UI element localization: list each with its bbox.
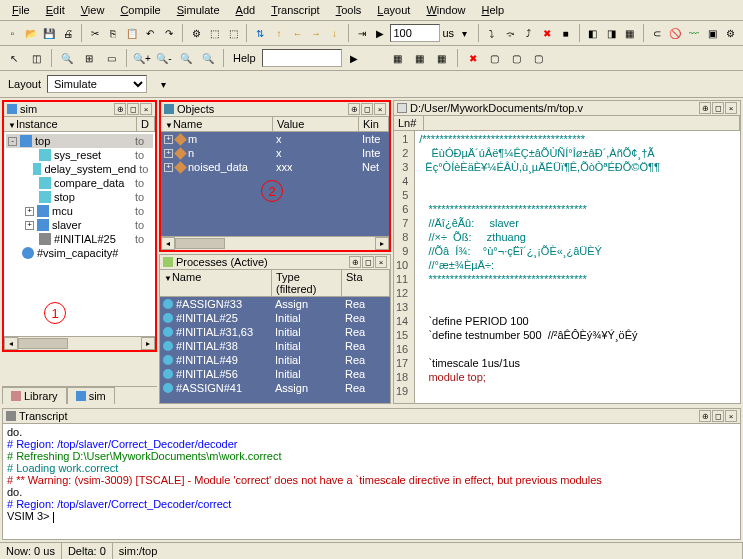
zoom-out-icon[interactable]: 🔍- bbox=[154, 48, 174, 68]
process-row[interactable]: #INITIAL#31,63InitialRea bbox=[160, 325, 390, 339]
expander-icon[interactable]: + bbox=[25, 221, 34, 230]
source-code[interactable]: 12345678910111213141516171819 /*********… bbox=[394, 131, 740, 403]
menu-help[interactable]: Help bbox=[474, 2, 513, 18]
expander-icon[interactable]: - bbox=[8, 137, 17, 146]
grid3-icon[interactable]: ▦ bbox=[432, 48, 452, 68]
maximize-icon[interactable]: ◻ bbox=[362, 256, 374, 268]
contains-icon[interactable]: ⊂ bbox=[649, 23, 665, 43]
no-icon[interactable]: 🚫 bbox=[667, 23, 683, 43]
step-icon[interactable]: ⇥ bbox=[353, 23, 369, 43]
dock3-icon[interactable]: ▢ bbox=[529, 48, 549, 68]
menu-view[interactable]: View bbox=[73, 2, 113, 18]
menu-window[interactable]: Window bbox=[418, 2, 473, 18]
cut-icon[interactable]: ✂ bbox=[87, 23, 103, 43]
dock1-icon[interactable]: ▢ bbox=[485, 48, 505, 68]
process-row[interactable]: #INITIAL#38InitialRea bbox=[160, 339, 390, 353]
pin-icon[interactable]: ⊕ bbox=[348, 103, 360, 115]
col-proc-state[interactable]: Sta bbox=[342, 270, 390, 296]
help-go-icon[interactable]: ▶ bbox=[344, 48, 364, 68]
close-icon[interactable]: × bbox=[375, 256, 387, 268]
tab-sim[interactable]: sim bbox=[67, 387, 115, 404]
objects-hscroll[interactable]: ◂▸ bbox=[161, 236, 389, 250]
step-over-icon[interactable]: ⤼ bbox=[502, 23, 518, 43]
process-row[interactable]: #INITIAL#25InitialRea bbox=[160, 311, 390, 325]
expander-icon[interactable]: + bbox=[164, 135, 173, 144]
menu-simulate[interactable]: Simulate bbox=[169, 2, 228, 18]
run-time-input[interactable] bbox=[390, 24, 440, 42]
expander-icon[interactable]: + bbox=[164, 163, 173, 172]
tree-row[interactable]: -topto bbox=[6, 134, 153, 148]
new-icon[interactable]: ▫ bbox=[4, 23, 20, 43]
menu-tools[interactable]: Tools bbox=[328, 2, 370, 18]
copy-icon[interactable]: ⎘ bbox=[105, 23, 121, 43]
step-into-icon[interactable]: ⤵ bbox=[483, 23, 499, 43]
object-row[interactable]: +noised_dataxxxNet bbox=[161, 160, 389, 174]
misc1-icon[interactable]: ◧ bbox=[585, 23, 601, 43]
sim-hscroll[interactable]: ◂▸ bbox=[4, 336, 155, 350]
maximize-icon[interactable]: ◻ bbox=[127, 103, 139, 115]
close-icon[interactable]: × bbox=[140, 103, 152, 115]
undo-icon[interactable]: ↶ bbox=[142, 23, 158, 43]
maximize-icon[interactable]: ◻ bbox=[712, 410, 724, 422]
menu-compile[interactable]: Compile bbox=[112, 2, 168, 18]
grid2-icon[interactable]: ▦ bbox=[410, 48, 430, 68]
tool2-icon[interactable]: ⬚ bbox=[225, 23, 241, 43]
compile-icon[interactable]: ⚙ bbox=[188, 23, 204, 43]
select-icon[interactable]: ◫ bbox=[26, 48, 46, 68]
paste-icon[interactable]: 📋 bbox=[124, 23, 140, 43]
tree-row[interactable]: #INITIAL#25to bbox=[6, 232, 153, 246]
zoom-full-icon[interactable]: 🔍 bbox=[176, 48, 196, 68]
col-kind[interactable]: Kin bbox=[359, 117, 389, 131]
layout-select[interactable]: Simulate bbox=[47, 75, 147, 93]
dock2-icon[interactable]: ▢ bbox=[507, 48, 527, 68]
transcript-prompt[interactable]: VSIM 3> bbox=[7, 510, 736, 523]
snap-icon[interactable]: ⊞ bbox=[79, 48, 99, 68]
col-proc-name[interactable]: ▼Name bbox=[160, 270, 272, 296]
window-icon[interactable]: ▣ bbox=[704, 23, 720, 43]
stop-sim-icon[interactable]: ■ bbox=[557, 23, 573, 43]
pin-icon[interactable]: ⊕ bbox=[114, 103, 126, 115]
col-instance[interactable]: ▼Instance bbox=[4, 117, 137, 131]
zoom-in-icon[interactable]: 🔍+ bbox=[132, 48, 152, 68]
close-icon[interactable]: × bbox=[374, 103, 386, 115]
tree-row[interactable]: stopto bbox=[6, 190, 153, 204]
run-unit-dropdown-icon[interactable]: ▾ bbox=[456, 23, 472, 43]
break-icon[interactable]: ✖ bbox=[539, 23, 555, 43]
col-value[interactable]: Value bbox=[273, 117, 359, 131]
close-icon[interactable]: × bbox=[725, 410, 737, 422]
process-row[interactable]: #ASSIGN#41AssignRea bbox=[160, 381, 390, 395]
zoom-fit-icon[interactable]: 🔍 bbox=[198, 48, 218, 68]
help-input[interactable] bbox=[262, 49, 342, 67]
run-down-icon[interactable]: ↓ bbox=[326, 23, 342, 43]
tool-icon[interactable]: ⬚ bbox=[206, 23, 222, 43]
settings-icon[interactable]: ⚙ bbox=[723, 23, 739, 43]
layout-dropdown-icon[interactable]: ▾ bbox=[153, 74, 173, 94]
wave-icon[interactable]: 〰 bbox=[686, 23, 702, 43]
run-up-icon[interactable]: ↑ bbox=[271, 23, 287, 43]
col-proc-type[interactable]: Type (filtered) bbox=[272, 270, 342, 296]
maximize-icon[interactable]: ◻ bbox=[361, 103, 373, 115]
menu-transcript[interactable]: Transcript bbox=[263, 2, 328, 18]
menu-edit[interactable]: Edit bbox=[38, 2, 73, 18]
expander-icon[interactable]: + bbox=[164, 149, 173, 158]
col-name[interactable]: ▼Name bbox=[161, 117, 273, 131]
run-right-icon[interactable]: → bbox=[308, 23, 324, 43]
close-icon[interactable]: × bbox=[725, 102, 737, 114]
tree-row[interactable]: delay_system_endto bbox=[6, 162, 153, 176]
misc2-icon[interactable]: ◨ bbox=[603, 23, 619, 43]
run-left-icon[interactable]: ← bbox=[289, 23, 305, 43]
pin-icon[interactable]: ⊕ bbox=[699, 410, 711, 422]
redo-icon[interactable]: ↷ bbox=[161, 23, 177, 43]
process-row[interactable]: #INITIAL#56InitialRea bbox=[160, 367, 390, 381]
zoom1-icon[interactable]: 🔍 bbox=[57, 48, 77, 68]
tree-row[interactable]: compare_datato bbox=[6, 176, 153, 190]
menu-add[interactable]: Add bbox=[228, 2, 264, 18]
process-row[interactable]: #INITIAL#49InitialRea bbox=[160, 353, 390, 367]
tool3-icon[interactable]: ▭ bbox=[101, 48, 121, 68]
open-icon[interactable]: 📂 bbox=[22, 23, 38, 43]
menu-layout[interactable]: Layout bbox=[369, 2, 418, 18]
object-row[interactable]: +nxInte bbox=[161, 146, 389, 160]
tree-row[interactable]: #vsim_capacity# bbox=[6, 246, 153, 260]
save-icon[interactable]: 💾 bbox=[41, 23, 57, 43]
run-icon[interactable]: ▶ bbox=[372, 23, 388, 43]
